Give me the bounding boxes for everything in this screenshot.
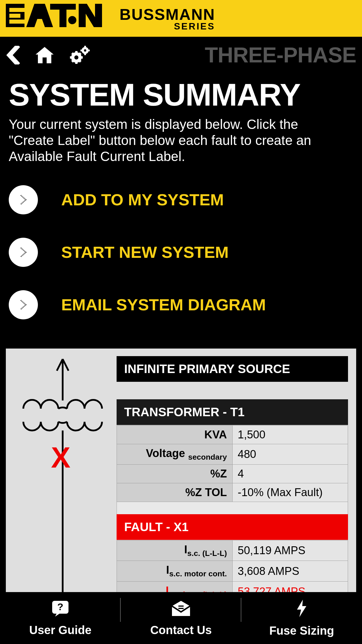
tab-contact-us-label: Contact Us xyxy=(150,624,212,637)
source-header: INFINITE PRIMARY SOURCE xyxy=(117,356,348,382)
add-to-system-label: ADD TO MY SYSTEM xyxy=(61,190,224,209)
add-to-system-button[interactable]: ADD TO MY SYSTEM xyxy=(9,185,353,214)
table-row: KVA 1,500 xyxy=(117,425,348,444)
svg-rect-3 xyxy=(9,20,24,24)
gears-icon[interactable] xyxy=(69,46,92,64)
svg-point-16 xyxy=(84,49,86,52)
iscm-value: 3,608 AMPS xyxy=(232,561,348,582)
svg-rect-19 xyxy=(80,50,82,51)
iscm-label: Is.c. motor cont. xyxy=(117,561,233,582)
bottom-tab-bar: ? User Guide Contact Us Fuse Sizing xyxy=(0,592,362,644)
bussmann-series-logo: BUSSMANN SERIES xyxy=(120,5,215,32)
phase-label: THREE-PHASE xyxy=(205,43,356,67)
toolbar: THREE-PHASE xyxy=(0,37,362,73)
start-new-system-button[interactable]: START NEW SYSTEM xyxy=(9,238,353,267)
table-row: %Z TOL -10% (Max Fault) xyxy=(117,483,348,502)
table-row: Is.c. motor cont. 3,608 AMPS xyxy=(117,561,348,582)
svg-point-4 xyxy=(68,16,76,24)
svg-text:?: ? xyxy=(57,601,64,612)
svg-point-6 xyxy=(74,55,78,60)
home-icon[interactable] xyxy=(34,46,55,64)
tab-fuse-sizing-label: Fuse Sizing xyxy=(269,624,334,637)
svg-rect-17 xyxy=(84,46,86,48)
email-diagram-label: EMAIL SYSTEM DIAGRAM xyxy=(61,295,266,314)
chevron-right-icon xyxy=(9,238,38,267)
fault-x-marker: X xyxy=(51,441,71,474)
svg-rect-20 xyxy=(88,50,90,51)
pztol-value: -10% (Max Fault) xyxy=(232,483,348,502)
pz-label: %Z xyxy=(117,465,233,483)
tab-fuse-sizing[interactable]: Fuse Sizing xyxy=(241,592,362,644)
mail-icon xyxy=(170,600,192,618)
header-bar: BUSSMANN SERIES xyxy=(0,0,362,37)
svg-rect-7 xyxy=(75,51,78,53)
vsec-label: Voltage secondary xyxy=(117,444,233,465)
series-text: SERIES xyxy=(174,21,215,32)
table-row: Is.c. (L-L-L) 50,119 AMPS xyxy=(117,540,348,561)
tab-contact-us[interactable]: Contact Us xyxy=(121,592,241,644)
transformer-header: TRANSFORMER - T1 xyxy=(117,399,348,425)
kva-label: KVA xyxy=(117,425,233,444)
isc-label: Is.c. (L-L-L) xyxy=(117,540,233,561)
page-title: SYSTEM SUMMARY xyxy=(9,79,353,111)
svg-rect-10 xyxy=(80,56,83,59)
tab-user-guide-label: User Guide xyxy=(29,624,91,637)
tab-user-guide[interactable]: ? User Guide xyxy=(0,592,121,644)
diagram-schematic: X xyxy=(12,356,114,621)
table-row: Voltage secondary 480 xyxy=(117,444,348,465)
bolt-icon xyxy=(295,599,309,619)
page-description: Your current system is displayed below. … xyxy=(9,116,329,165)
isc-value: 50,119 AMPS xyxy=(232,540,348,561)
diagram-data: INFINITE PRIMARY SOURCE TRANSFORMER - T1… xyxy=(117,356,348,621)
svg-rect-2 xyxy=(9,14,20,18)
svg-rect-8 xyxy=(75,62,78,64)
fault-header: FAULT - X1 xyxy=(117,514,348,540)
transformer-table: KVA 1,500 Voltage secondary 480 %Z 4 %Z … xyxy=(117,425,348,514)
chevron-right-icon xyxy=(9,185,38,214)
main-content: SYSTEM SUMMARY Your current system is di… xyxy=(0,73,362,349)
svg-rect-18 xyxy=(84,53,86,55)
start-new-system-label: START NEW SYSTEM xyxy=(61,243,229,262)
eaton-logo xyxy=(6,1,102,36)
bussmann-text: BUSSMANN xyxy=(120,5,215,23)
svg-rect-1 xyxy=(9,8,24,12)
help-icon: ? xyxy=(50,600,71,618)
svg-rect-9 xyxy=(70,56,72,59)
table-spacer xyxy=(117,502,348,514)
email-diagram-button[interactable]: EMAIL SYSTEM DIAGRAM xyxy=(9,290,353,319)
pz-value: 4 xyxy=(232,465,348,483)
table-row: %Z 4 xyxy=(117,465,348,483)
vsec-value: 480 xyxy=(232,444,348,465)
pztol-label: %Z TOL xyxy=(117,483,233,502)
chevron-right-icon xyxy=(9,290,38,319)
system-diagram-panel: X INFINITE PRIMARY SOURCE TRANSFORMER - … xyxy=(6,349,356,621)
back-icon[interactable] xyxy=(6,46,20,64)
svg-rect-27 xyxy=(178,606,184,607)
svg-rect-26 xyxy=(178,608,184,609)
kva-value: 1,500 xyxy=(232,425,348,444)
